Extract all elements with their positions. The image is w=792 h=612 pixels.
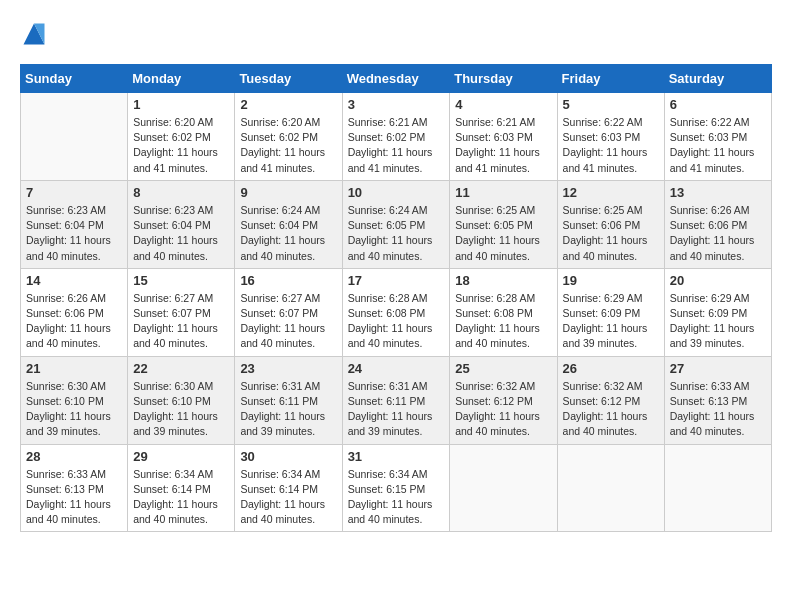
day-number: 10 (348, 185, 445, 200)
calendar-cell: 20Sunrise: 6:29 AM Sunset: 6:09 PM Dayli… (664, 268, 771, 356)
day-number: 9 (240, 185, 336, 200)
calendar-table: SundayMondayTuesdayWednesdayThursdayFrid… (20, 64, 772, 532)
calendar-cell: 3Sunrise: 6:21 AM Sunset: 6:02 PM Daylig… (342, 93, 450, 181)
day-number: 8 (133, 185, 229, 200)
day-number: 21 (26, 361, 122, 376)
day-info: Sunrise: 6:28 AM Sunset: 6:08 PM Dayligh… (348, 291, 445, 352)
day-info: Sunrise: 6:26 AM Sunset: 6:06 PM Dayligh… (670, 203, 766, 264)
day-number: 14 (26, 273, 122, 288)
day-number: 23 (240, 361, 336, 376)
day-number: 1 (133, 97, 229, 112)
day-number: 30 (240, 449, 336, 464)
calendar-cell: 17Sunrise: 6:28 AM Sunset: 6:08 PM Dayli… (342, 268, 450, 356)
calendar-cell: 5Sunrise: 6:22 AM Sunset: 6:03 PM Daylig… (557, 93, 664, 181)
calendar-cell (664, 444, 771, 532)
calendar-cell: 29Sunrise: 6:34 AM Sunset: 6:14 PM Dayli… (128, 444, 235, 532)
calendar-cell: 14Sunrise: 6:26 AM Sunset: 6:06 PM Dayli… (21, 268, 128, 356)
calendar-cell: 11Sunrise: 6:25 AM Sunset: 6:05 PM Dayli… (450, 180, 557, 268)
calendar-week-row: 21Sunrise: 6:30 AM Sunset: 6:10 PM Dayli… (21, 356, 772, 444)
calendar-week-row: 14Sunrise: 6:26 AM Sunset: 6:06 PM Dayli… (21, 268, 772, 356)
day-number: 31 (348, 449, 445, 464)
day-number: 19 (563, 273, 659, 288)
calendar-cell: 2Sunrise: 6:20 AM Sunset: 6:02 PM Daylig… (235, 93, 342, 181)
day-number: 24 (348, 361, 445, 376)
day-number: 11 (455, 185, 551, 200)
calendar-cell: 13Sunrise: 6:26 AM Sunset: 6:06 PM Dayli… (664, 180, 771, 268)
header-day-saturday: Saturday (664, 65, 771, 93)
day-info: Sunrise: 6:24 AM Sunset: 6:04 PM Dayligh… (240, 203, 336, 264)
calendar-cell: 26Sunrise: 6:32 AM Sunset: 6:12 PM Dayli… (557, 356, 664, 444)
calendar-cell: 22Sunrise: 6:30 AM Sunset: 6:10 PM Dayli… (128, 356, 235, 444)
calendar-cell: 15Sunrise: 6:27 AM Sunset: 6:07 PM Dayli… (128, 268, 235, 356)
calendar-cell: 31Sunrise: 6:34 AM Sunset: 6:15 PM Dayli… (342, 444, 450, 532)
calendar-cell (21, 93, 128, 181)
day-info: Sunrise: 6:24 AM Sunset: 6:05 PM Dayligh… (348, 203, 445, 264)
day-number: 17 (348, 273, 445, 288)
calendar-cell: 1Sunrise: 6:20 AM Sunset: 6:02 PM Daylig… (128, 93, 235, 181)
calendar-week-row: 1Sunrise: 6:20 AM Sunset: 6:02 PM Daylig… (21, 93, 772, 181)
header-day-tuesday: Tuesday (235, 65, 342, 93)
day-number: 22 (133, 361, 229, 376)
day-number: 5 (563, 97, 659, 112)
day-info: Sunrise: 6:31 AM Sunset: 6:11 PM Dayligh… (240, 379, 336, 440)
day-info: Sunrise: 6:30 AM Sunset: 6:10 PM Dayligh… (133, 379, 229, 440)
day-number: 13 (670, 185, 766, 200)
day-info: Sunrise: 6:32 AM Sunset: 6:12 PM Dayligh… (563, 379, 659, 440)
logo-icon (20, 20, 48, 48)
day-number: 4 (455, 97, 551, 112)
day-info: Sunrise: 6:30 AM Sunset: 6:10 PM Dayligh… (26, 379, 122, 440)
day-info: Sunrise: 6:29 AM Sunset: 6:09 PM Dayligh… (563, 291, 659, 352)
day-number: 29 (133, 449, 229, 464)
logo (20, 20, 52, 48)
calendar-cell: 21Sunrise: 6:30 AM Sunset: 6:10 PM Dayli… (21, 356, 128, 444)
day-info: Sunrise: 6:29 AM Sunset: 6:09 PM Dayligh… (670, 291, 766, 352)
day-info: Sunrise: 6:28 AM Sunset: 6:08 PM Dayligh… (455, 291, 551, 352)
calendar-cell: 24Sunrise: 6:31 AM Sunset: 6:11 PM Dayli… (342, 356, 450, 444)
day-number: 2 (240, 97, 336, 112)
calendar-cell: 10Sunrise: 6:24 AM Sunset: 6:05 PM Dayli… (342, 180, 450, 268)
day-info: Sunrise: 6:27 AM Sunset: 6:07 PM Dayligh… (240, 291, 336, 352)
header-day-thursday: Thursday (450, 65, 557, 93)
calendar-cell: 25Sunrise: 6:32 AM Sunset: 6:12 PM Dayli… (450, 356, 557, 444)
calendar-cell: 23Sunrise: 6:31 AM Sunset: 6:11 PM Dayli… (235, 356, 342, 444)
day-number: 27 (670, 361, 766, 376)
header-day-monday: Monday (128, 65, 235, 93)
day-number: 16 (240, 273, 336, 288)
calendar-cell: 30Sunrise: 6:34 AM Sunset: 6:14 PM Dayli… (235, 444, 342, 532)
day-info: Sunrise: 6:23 AM Sunset: 6:04 PM Dayligh… (26, 203, 122, 264)
header-day-sunday: Sunday (21, 65, 128, 93)
day-number: 25 (455, 361, 551, 376)
day-info: Sunrise: 6:26 AM Sunset: 6:06 PM Dayligh… (26, 291, 122, 352)
calendar-cell: 6Sunrise: 6:22 AM Sunset: 6:03 PM Daylig… (664, 93, 771, 181)
day-info: Sunrise: 6:34 AM Sunset: 6:14 PM Dayligh… (133, 467, 229, 528)
day-info: Sunrise: 6:25 AM Sunset: 6:05 PM Dayligh… (455, 203, 551, 264)
day-info: Sunrise: 6:21 AM Sunset: 6:02 PM Dayligh… (348, 115, 445, 176)
calendar-cell (450, 444, 557, 532)
calendar-cell: 16Sunrise: 6:27 AM Sunset: 6:07 PM Dayli… (235, 268, 342, 356)
calendar-cell: 4Sunrise: 6:21 AM Sunset: 6:03 PM Daylig… (450, 93, 557, 181)
day-info: Sunrise: 6:23 AM Sunset: 6:04 PM Dayligh… (133, 203, 229, 264)
day-info: Sunrise: 6:21 AM Sunset: 6:03 PM Dayligh… (455, 115, 551, 176)
day-info: Sunrise: 6:25 AM Sunset: 6:06 PM Dayligh… (563, 203, 659, 264)
day-number: 6 (670, 97, 766, 112)
day-info: Sunrise: 6:34 AM Sunset: 6:15 PM Dayligh… (348, 467, 445, 528)
day-info: Sunrise: 6:31 AM Sunset: 6:11 PM Dayligh… (348, 379, 445, 440)
calendar-cell: 8Sunrise: 6:23 AM Sunset: 6:04 PM Daylig… (128, 180, 235, 268)
day-number: 20 (670, 273, 766, 288)
page-header (20, 20, 772, 48)
calendar-cell: 27Sunrise: 6:33 AM Sunset: 6:13 PM Dayli… (664, 356, 771, 444)
day-number: 28 (26, 449, 122, 464)
day-info: Sunrise: 6:22 AM Sunset: 6:03 PM Dayligh… (563, 115, 659, 176)
header-day-friday: Friday (557, 65, 664, 93)
day-info: Sunrise: 6:32 AM Sunset: 6:12 PM Dayligh… (455, 379, 551, 440)
calendar-cell: 7Sunrise: 6:23 AM Sunset: 6:04 PM Daylig… (21, 180, 128, 268)
calendar-cell: 12Sunrise: 6:25 AM Sunset: 6:06 PM Dayli… (557, 180, 664, 268)
header-day-wednesday: Wednesday (342, 65, 450, 93)
day-number: 26 (563, 361, 659, 376)
calendar-week-row: 7Sunrise: 6:23 AM Sunset: 6:04 PM Daylig… (21, 180, 772, 268)
day-info: Sunrise: 6:27 AM Sunset: 6:07 PM Dayligh… (133, 291, 229, 352)
calendar-cell: 28Sunrise: 6:33 AM Sunset: 6:13 PM Dayli… (21, 444, 128, 532)
calendar-cell: 9Sunrise: 6:24 AM Sunset: 6:04 PM Daylig… (235, 180, 342, 268)
day-info: Sunrise: 6:33 AM Sunset: 6:13 PM Dayligh… (26, 467, 122, 528)
day-number: 3 (348, 97, 445, 112)
